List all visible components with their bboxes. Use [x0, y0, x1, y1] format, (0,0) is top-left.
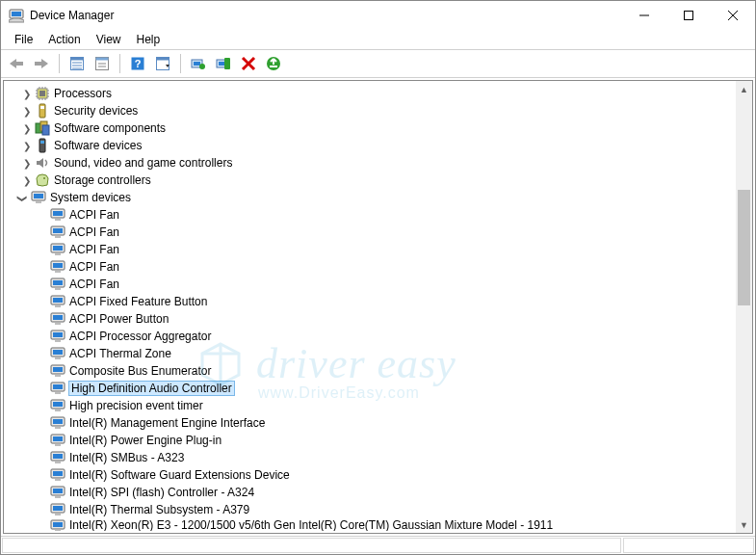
tree-category[interactable]: ❯Processors — [4, 85, 736, 102]
tree-item[interactable]: ACPI Fan — [4, 206, 736, 224]
svg-rect-54 — [34, 194, 43, 198]
monitor-icon — [50, 467, 65, 483]
tree-item[interactable]: ACPI Fixed Feature Button — [4, 293, 736, 310]
window-controls — [622, 1, 755, 30]
scroll-thumb[interactable] — [738, 190, 750, 305]
svg-rect-96 — [53, 436, 63, 441]
tree-item[interactable]: ACPI Thermal Zone — [4, 345, 736, 362]
svg-rect-106 — [55, 496, 61, 498]
tree-label: Sound, video and game controllers — [54, 156, 232, 170]
svg-rect-109 — [55, 514, 61, 515]
tree-item[interactable]: Intel(R) SPI (flash) Controller - A324 — [4, 484, 736, 501]
device-tree[interactable]: ❯Processors❯Security devices❯Software co… — [4, 81, 736, 531]
tree-category[interactable]: ❯Software devices — [4, 137, 736, 154]
tree-item[interactable]: Intel(R) Thermal Subsystem - A379 — [4, 501, 736, 518]
tree-item[interactable]: High precision event timer — [4, 397, 736, 414]
monitor-icon — [50, 502, 65, 517]
properties-button[interactable] — [91, 53, 114, 74]
tree-label: ACPI Fan — [69, 225, 119, 239]
monitor-icon — [50, 346, 65, 361]
menu-file[interactable]: File — [7, 31, 40, 48]
tree-item[interactable]: Composite Bus Enumerator — [4, 362, 736, 380]
collapse-icon[interactable]: ❯ — [17, 192, 28, 203]
tree-item[interactable]: Intel(R) Software Guard Extensions Devic… — [4, 466, 736, 484]
show-hide-console-tree-button[interactable] — [65, 53, 89, 74]
svg-rect-63 — [53, 246, 63, 251]
help-button[interactable]: ? — [126, 53, 149, 74]
forward-button[interactable] — [30, 53, 53, 74]
svg-rect-32 — [39, 91, 45, 96]
vertical-scrollbar[interactable]: ▲ ▼ — [736, 81, 752, 533]
app-icon — [9, 8, 24, 23]
svg-rect-49 — [42, 125, 49, 135]
tree-item[interactable]: Intel(R) Management Engine Interface — [4, 414, 736, 432]
svg-rect-6 — [15, 62, 23, 66]
svg-rect-91 — [55, 410, 61, 411]
svg-rect-87 — [53, 384, 63, 389]
monitor-icon — [50, 415, 65, 431]
expand-icon[interactable]: ❯ — [21, 89, 33, 99]
expand-icon[interactable]: ❯ — [21, 141, 33, 151]
tree-label: Software components — [54, 121, 166, 135]
expand-icon[interactable]: ❯ — [21, 106, 33, 117]
tree-item[interactable]: ACPI Fan — [4, 224, 736, 241]
tree-label: ACPI Fan — [69, 278, 119, 291]
tree-label: Intel(R) Thermal Subsystem - A379 — [69, 503, 249, 516]
expand-icon[interactable]: ❯ — [21, 175, 33, 186]
tree-label: Intel(R) Software Guard Extensions Devic… — [69, 468, 290, 482]
monitor-icon — [50, 450, 65, 465]
tree-label: Security devices — [54, 104, 138, 118]
update-driver-button[interactable] — [187, 53, 210, 74]
scroll-track[interactable] — [736, 97, 752, 516]
tree-item[interactable]: ACPI Fan — [4, 258, 736, 276]
action-button[interactable] — [151, 53, 174, 74]
scroll-down-icon[interactable]: ▼ — [736, 516, 752, 533]
tree-category[interactable]: ❯Storage controllers — [4, 172, 736, 189]
expand-icon[interactable]: ❯ — [21, 158, 33, 169]
uninstall-device-button[interactable] — [212, 53, 235, 74]
svg-rect-61 — [55, 236, 61, 238]
tree-category[interactable]: ❯Security devices — [4, 102, 736, 119]
svg-rect-105 — [53, 489, 63, 493]
svg-line-4 — [728, 11, 738, 20]
tree-item[interactable]: Intel(R) Xeon(R) E3 - 1200/1500 v5/6th G… — [4, 518, 736, 531]
svg-rect-99 — [53, 454, 63, 459]
svg-rect-73 — [55, 305, 61, 307]
svg-rect-94 — [55, 427, 61, 429]
tree-item[interactable]: ACPI Fan — [4, 241, 736, 258]
tree-label: Processors — [54, 87, 112, 100]
tree-category[interactable]: ❯Software components — [4, 119, 736, 137]
scan-hardware-button[interactable] — [262, 53, 285, 74]
menu-help[interactable]: Help — [129, 31, 169, 48]
tree-category-expanded[interactable]: ❯System devices — [4, 189, 736, 206]
tree-item[interactable]: ACPI Processor Aggregator — [4, 328, 736, 345]
tree-label: High precision event timer — [69, 399, 203, 412]
minimize-button[interactable] — [622, 1, 666, 30]
maximize-button[interactable] — [666, 1, 711, 30]
tree-item[interactable]: Intel(R) Power Engine Plug-in — [4, 432, 736, 449]
scroll-up-icon[interactable]: ▲ — [736, 81, 752, 97]
monitor-icon — [50, 433, 65, 448]
menu-bar: File Action View Help — [1, 30, 755, 49]
svg-rect-66 — [53, 263, 63, 268]
menu-action[interactable]: Action — [40, 31, 88, 48]
tree-item[interactable]: ACPI Fan — [4, 276, 736, 293]
back-button[interactable] — [5, 53, 28, 74]
tree-item[interactable]: High Definition Audio Controller — [4, 380, 736, 397]
window-title: Device Manager — [30, 9, 622, 22]
tree-label: ACPI Fan — [69, 260, 119, 274]
tree-item[interactable]: ACPI Power Button — [4, 310, 736, 328]
tree-label: System devices — [50, 191, 131, 204]
menu-view[interactable]: View — [89, 31, 129, 48]
expand-icon[interactable]: ❯ — [21, 123, 33, 134]
close-button[interactable] — [711, 1, 755, 30]
tree-item[interactable]: Intel(R) SMBus - A323 — [4, 449, 736, 466]
svg-rect-20 — [157, 58, 169, 61]
svg-rect-69 — [53, 280, 63, 285]
svg-rect-22 — [194, 62, 200, 66]
svg-rect-64 — [55, 253, 61, 255]
svg-rect-90 — [53, 402, 63, 407]
disable-device-button[interactable] — [237, 53, 260, 74]
tree-category[interactable]: ❯Sound, video and game controllers — [4, 154, 736, 172]
svg-point-23 — [199, 64, 205, 69]
